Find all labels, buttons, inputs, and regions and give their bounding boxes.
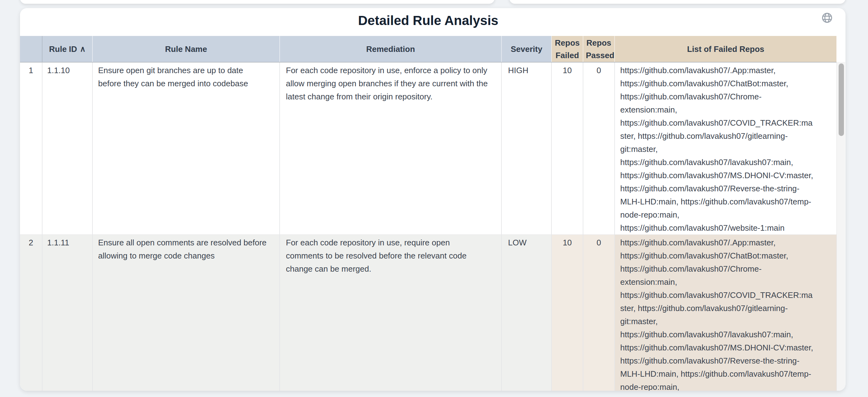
rule-id-cell: 1.1.10 — [42, 62, 92, 235]
table-row: 2 1.1.11 Ensure all open comments are re… — [20, 235, 836, 391]
detailed-rule-analysis-card: Detailed Rule Analysis Rule ID∧ Rule Nam… — [20, 8, 845, 391]
column-header-failed-repos[interactable]: List of Failed Repos — [615, 36, 836, 62]
globe-icon[interactable] — [821, 12, 833, 24]
previous-card-edge-right — [509, 0, 845, 4]
failed-repos-cell: https://github.com/lavakush07/.App:maste… — [615, 235, 836, 391]
failed-repos-cell: https://github.com/lavakush07/.App:maste… — [615, 62, 836, 235]
rule-name-cell: Ensure open git branches are up to date … — [92, 62, 280, 235]
repos-passed-cell: 0 — [583, 62, 615, 235]
vertical-scrollbar-thumb[interactable] — [839, 63, 844, 136]
rule-analysis-table: Rule ID∧ Rule Name Remediation Severity … — [20, 36, 836, 391]
previous-card-edge-left — [20, 0, 495, 4]
rule-name-cell: Ensure all open comments are resolved be… — [92, 235, 280, 391]
page-title: Detailed Rule Analysis — [20, 12, 836, 29]
repos-failed-cell: 10 — [552, 235, 583, 391]
table-row: 1 1.1.10 Ensure open git branches are up… — [20, 62, 836, 235]
column-header-repos-failed[interactable]: Repos Failed — [552, 36, 583, 62]
row-number-cell: 1 — [20, 62, 42, 235]
column-header-row-number — [20, 36, 42, 62]
sort-ascending-icon: ∧ — [80, 44, 86, 53]
row-number-cell: 2 — [20, 235, 42, 391]
column-header-rule-id[interactable]: Rule ID∧ — [42, 36, 92, 62]
column-header-repos-passed[interactable]: Repos Passed — [583, 36, 615, 62]
severity-cell: HIGH — [501, 62, 552, 235]
severity-cell: LOW — [501, 235, 552, 391]
repos-failed-cell: 10 — [552, 62, 583, 235]
rule-id-cell: 1.1.11 — [42, 235, 92, 391]
remediation-cell: For each code repository in use, require… — [280, 235, 501, 391]
vertical-scrollbar-track[interactable] — [836, 62, 845, 391]
column-header-remediation[interactable]: Remediation — [280, 36, 501, 62]
column-header-severity[interactable]: Severity — [501, 36, 552, 62]
table-header-row: Rule ID∧ Rule Name Remediation Severity … — [20, 36, 836, 62]
repos-passed-cell: 0 — [583, 235, 615, 391]
column-header-rule-name[interactable]: Rule Name — [92, 36, 280, 62]
remediation-cell: For each code repository in use, enforce… — [280, 62, 501, 235]
